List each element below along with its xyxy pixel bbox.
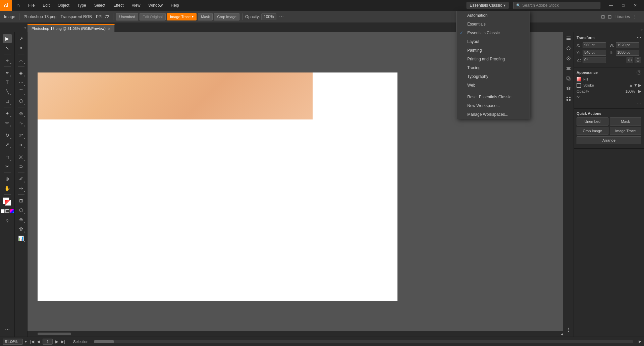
align-icon[interactable] bbox=[564, 64, 573, 73]
menu-effect[interactable]: Effect bbox=[109, 0, 127, 11]
unembed-button[interactable]: Unembed bbox=[116, 13, 138, 20]
appearance-question-icon[interactable]: ? bbox=[637, 70, 641, 75]
page-number[interactable]: 1 bbox=[43, 339, 53, 345]
rectangle-tool[interactable]: □▸ bbox=[3, 97, 12, 105]
new-workspace-item[interactable]: New Workspace... bbox=[457, 101, 530, 110]
quick-crop-button[interactable]: Crop Image bbox=[577, 127, 608, 135]
opacity-value[interactable]: 100% bbox=[261, 13, 276, 20]
curvature-tool[interactable]: ⌓▸ bbox=[17, 56, 25, 65]
pen-tool[interactable]: ✒▸ bbox=[3, 68, 12, 77]
home-icon[interactable]: ⌂ bbox=[12, 0, 24, 11]
appearance-more-icon[interactable]: ⋯ bbox=[637, 100, 641, 106]
menu-view[interactable]: View bbox=[128, 0, 145, 11]
more-options-icon[interactable]: ⋯ bbox=[279, 14, 284, 19]
none-color-btn[interactable] bbox=[10, 209, 14, 213]
h-scrollbar[interactable]: ◀ ▶ bbox=[28, 331, 568, 337]
nav-last-arrow[interactable]: ▶| bbox=[61, 339, 65, 344]
workspace-automation[interactable]: Automation bbox=[457, 11, 530, 20]
direct-selection-tool[interactable]: ↖ bbox=[3, 44, 12, 52]
workspace-layout[interactable]: Layout bbox=[457, 37, 530, 46]
stroke-up-arrow[interactable]: ▲ bbox=[629, 83, 633, 88]
three-dots-icon[interactable]: ⋮ bbox=[633, 14, 637, 19]
arc-tool[interactable]: ⌒▸ bbox=[17, 87, 25, 96]
workspace-essentials-classic[interactable]: Essentials Classic bbox=[457, 29, 530, 37]
knife-tool[interactable]: ⚔▸ bbox=[17, 153, 25, 161]
h-input[interactable]: 1080 pt bbox=[616, 50, 639, 56]
edit-original-button[interactable]: Edit Original bbox=[140, 13, 166, 20]
scissors-tool[interactable]: ✂ bbox=[3, 162, 12, 171]
opacity-expand-icon[interactable]: ▶ bbox=[638, 89, 641, 94]
stroke-down-arrow[interactable]: ▼ bbox=[634, 83, 638, 88]
gradient-mesh-tool[interactable]: ⊞ bbox=[17, 196, 25, 205]
workspace-selector[interactable]: Essentials Classic ▾ bbox=[467, 2, 508, 9]
left-toggle-arrow[interactable]: « bbox=[24, 26, 26, 30]
join-tool[interactable]: ⊃ bbox=[17, 162, 25, 171]
workspace-web[interactable]: Web bbox=[457, 81, 530, 90]
eraser-tool[interactable]: ◻▸ bbox=[3, 153, 12, 161]
appearance-panel-icon[interactable] bbox=[564, 44, 573, 53]
angle-input[interactable]: 0° bbox=[583, 57, 606, 63]
line-tool[interactable]: ╲▸ bbox=[3, 87, 12, 96]
hand-tool[interactable]: ✋ bbox=[3, 184, 12, 193]
reset-workspace-item[interactable]: Reset Essentials Classic bbox=[457, 93, 530, 101]
symbol-stainer[interactable]: ✿▸ bbox=[17, 225, 25, 233]
layers-icon[interactable] bbox=[564, 84, 573, 93]
status-scroll-thumb[interactable] bbox=[94, 340, 114, 343]
stroke-color-btn[interactable] bbox=[5, 209, 9, 213]
arrange-panel-icon[interactable]: ⊞ bbox=[601, 14, 605, 19]
nav-first-arrow[interactable]: |◀ bbox=[30, 339, 34, 344]
minimize-button[interactable]: — bbox=[605, 0, 617, 11]
anchor-point-tool[interactable]: ◈▸ bbox=[17, 68, 25, 77]
live-paint-bucket[interactable]: ⬡▸ bbox=[17, 206, 25, 214]
more-tools[interactable]: ⋯ bbox=[3, 325, 12, 334]
workspace-painting[interactable]: Painting bbox=[457, 46, 530, 55]
quick-unembed-button[interactable]: Unembed bbox=[577, 117, 608, 126]
zoom-tool[interactable]: ⊕ bbox=[3, 175, 12, 183]
fx-label[interactable]: fx. bbox=[577, 95, 581, 99]
stroke-expand-icon[interactable]: ▶ bbox=[638, 83, 641, 88]
nav-prev-arrow[interactable]: ◀ bbox=[37, 339, 40, 344]
crop-image-button[interactable]: Crop Image bbox=[214, 13, 239, 20]
workspace-typography[interactable]: Typography bbox=[457, 72, 530, 81]
blend-tool[interactable]: ⊕▸ bbox=[17, 215, 25, 224]
paintbrush-tool[interactable]: ✦▸ bbox=[3, 109, 12, 118]
menu-edit[interactable]: Edit bbox=[39, 0, 54, 11]
maximize-button[interactable]: □ bbox=[617, 0, 629, 11]
workspace-tracing[interactable]: Tracing bbox=[457, 63, 530, 72]
reflect-tool[interactable]: ⇄▸ bbox=[17, 131, 25, 140]
workspace-essentials[interactable]: Essentials bbox=[457, 20, 530, 29]
mask-button[interactable]: Mask bbox=[198, 13, 213, 20]
quick-arrange-button[interactable]: Arrange bbox=[577, 136, 641, 144]
panel-collapse-arrow[interactable]: « bbox=[641, 28, 643, 32]
opacity-value[interactable]: 100% bbox=[626, 89, 635, 93]
h-scroll-thumb[interactable] bbox=[38, 333, 71, 335]
radial-gradient-icon[interactable] bbox=[564, 54, 573, 63]
menu-type[interactable]: Type bbox=[73, 0, 90, 11]
zoom-value[interactable]: 51.06% bbox=[3, 339, 23, 345]
fill-swatch[interactable] bbox=[577, 77, 581, 82]
text-tool[interactable]: T bbox=[3, 78, 12, 87]
flip-h-icon[interactable] bbox=[627, 57, 633, 63]
warp-tool[interactable]: ≈▸ bbox=[17, 140, 25, 149]
smooth-tool[interactable]: ∿▸ bbox=[17, 118, 25, 127]
search-box[interactable]: 🔍 Search Adobe Stock bbox=[513, 2, 600, 9]
nav-next-arrow[interactable]: ▶ bbox=[55, 339, 58, 344]
direct-select-2[interactable]: ↗ bbox=[17, 34, 25, 43]
pencil-tool[interactable]: ✏▸ bbox=[3, 118, 12, 127]
blob-brush-tool[interactable]: ⊛▸ bbox=[17, 109, 25, 118]
close-button[interactable]: ✕ bbox=[629, 0, 641, 11]
x-input[interactable]: 960 pt bbox=[583, 42, 606, 48]
color-swatches[interactable] bbox=[2, 198, 12, 208]
menu-help[interactable]: Help bbox=[167, 0, 183, 11]
flip-v-icon[interactable] bbox=[635, 57, 641, 63]
menu-select[interactable]: Select bbox=[90, 0, 109, 11]
y-input[interactable]: 540 pt bbox=[583, 50, 606, 56]
zoom-dropdown-arrow[interactable]: ▾ bbox=[24, 339, 28, 344]
scale-tool[interactable]: ⤢▸ bbox=[3, 140, 12, 149]
rotate-tool[interactable]: ↻▸ bbox=[3, 131, 12, 140]
measure-tool[interactable]: ⊹▸ bbox=[17, 184, 25, 193]
tab-close-icon[interactable]: ✕ bbox=[108, 27, 110, 31]
image-trace-button[interactable]: Image Trace ▾ bbox=[167, 13, 197, 20]
fill-color-btn[interactable] bbox=[1, 209, 5, 213]
eyedropper-tool[interactable]: ✐▸ bbox=[17, 175, 25, 183]
